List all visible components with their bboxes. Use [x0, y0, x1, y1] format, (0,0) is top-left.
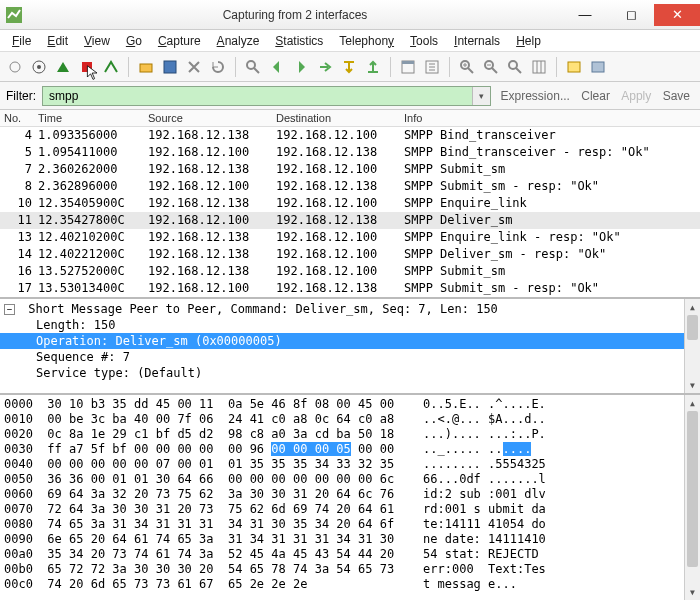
svg-line-13 — [468, 68, 473, 73]
svg-point-3 — [37, 65, 41, 69]
svg-line-17 — [492, 68, 497, 73]
svg-rect-10 — [402, 61, 414, 64]
menu-telephony[interactable]: Telephony — [331, 32, 402, 50]
clear-button[interactable]: Clear — [577, 89, 614, 103]
hex-scrollbar[interactable]: ▲ ▼ — [684, 395, 700, 600]
hex-row[interactable]: 00b0 65 72 72 3a 30 30 30 20 54 65 78 74… — [4, 562, 546, 577]
packet-row[interactable]: 1112.35427800C192.168.12.100192.168.12.1… — [0, 212, 700, 229]
svg-line-8 — [254, 68, 259, 73]
svg-rect-5 — [140, 64, 152, 72]
hex-row[interactable]: 0030 ff a7 5f bf 00 00 00 00 00 96 00 00… — [4, 442, 546, 457]
open-icon[interactable] — [135, 56, 157, 78]
packet-row[interactable]: 1012.35405900C192.168.12.138192.168.12.1… — [0, 195, 700, 212]
find-icon[interactable] — [242, 56, 264, 78]
packet-row[interactable]: 1613.52752000C192.168.12.138192.168.12.1… — [0, 263, 700, 280]
menu-internals[interactable]: Internals — [446, 32, 508, 50]
filter-input[interactable] — [43, 87, 472, 105]
restart-capture-icon[interactable] — [100, 56, 122, 78]
menubar: File Edit View Go Capture Analyze Statis… — [0, 30, 700, 52]
col-no[interactable]: No. — [4, 112, 38, 124]
scroll-down-icon[interactable]: ▼ — [685, 584, 700, 600]
capture-filters-icon[interactable] — [563, 56, 585, 78]
colorize-icon[interactable] — [397, 56, 419, 78]
close-button[interactable]: ✕ — [654, 4, 700, 26]
col-time[interactable]: Time — [38, 112, 148, 124]
stop-capture-icon[interactable] — [76, 56, 98, 78]
tree-item[interactable]: Operation: Deliver_sm (0x00000005) — [0, 333, 700, 349]
menu-tools[interactable]: Tools — [402, 32, 446, 50]
hex-pane: 0000 30 10 b3 35 dd 45 00 11 0a 5e 46 8f… — [0, 395, 700, 600]
menu-edit[interactable]: Edit — [39, 32, 76, 50]
hex-row[interactable]: 0080 74 65 3a 31 34 31 31 31 34 31 30 35… — [4, 517, 546, 532]
details-scrollbar[interactable]: ▲ ▼ — [684, 299, 700, 393]
hex-row[interactable]: 0000 30 10 b3 35 dd 45 00 11 0a 5e 46 8f… — [4, 397, 546, 412]
packet-row[interactable]: 1312.40210200C192.168.12.138192.168.12.1… — [0, 229, 700, 246]
resize-columns-icon[interactable] — [528, 56, 550, 78]
save-filter-button[interactable]: Save — [659, 89, 694, 103]
display-filters-icon[interactable] — [587, 56, 609, 78]
apply-button[interactable]: Apply — [617, 89, 655, 103]
options-icon[interactable] — [28, 56, 50, 78]
zoom-out-icon[interactable] — [480, 56, 502, 78]
hex-row[interactable]: 0050 36 36 00 01 01 30 64 66 00 00 00 00… — [4, 472, 546, 487]
tree-item[interactable]: Length: 150 — [0, 317, 700, 333]
zoom-in-icon[interactable] — [456, 56, 478, 78]
filter-bar: Filter: ▾ Expression... Clear Apply Save — [0, 82, 700, 110]
forward-icon[interactable] — [290, 56, 312, 78]
packet-row[interactable]: 1713.53013400C192.168.12.100192.168.12.1… — [0, 280, 700, 297]
app-icon — [6, 7, 22, 23]
menu-help[interactable]: Help — [508, 32, 549, 50]
col-info[interactable]: Info — [404, 112, 696, 124]
menu-file[interactable]: File — [4, 32, 39, 50]
goto-last-icon[interactable] — [362, 56, 384, 78]
save-icon[interactable] — [159, 56, 181, 78]
tree-item[interactable]: Sequence #: 7 — [0, 349, 700, 365]
scroll-up-icon[interactable]: ▲ — [685, 395, 700, 411]
details-pane: − Short Message Peer to Peer, Command: D… — [0, 299, 700, 395]
scroll-up-icon[interactable]: ▲ — [685, 299, 700, 315]
packet-row[interactable]: 41.093356000192.168.12.138192.168.12.100… — [0, 127, 700, 144]
back-icon[interactable] — [266, 56, 288, 78]
packet-row[interactable]: 82.362896000192.168.12.100192.168.12.138… — [0, 178, 700, 195]
maximize-button[interactable]: ◻ — [608, 4, 654, 26]
interfaces-icon[interactable] — [4, 56, 26, 78]
hex-row[interactable]: 0060 69 64 3a 32 20 73 75 62 3a 30 30 31… — [4, 487, 546, 502]
svg-rect-6 — [164, 61, 176, 73]
autoscroll-icon[interactable] — [421, 56, 443, 78]
reload-icon[interactable] — [207, 56, 229, 78]
packet-list-header: No. Time Source Destination Info — [0, 110, 700, 127]
svg-rect-21 — [533, 61, 545, 73]
menu-go[interactable]: Go — [118, 32, 150, 50]
hex-row[interactable]: 0020 0c 8a 1e 29 c1 bf d5 d2 98 c8 a0 3a… — [4, 427, 546, 442]
expression-button[interactable]: Expression... — [497, 89, 574, 103]
hex-row[interactable]: 0070 72 64 3a 30 30 31 20 73 75 62 6d 69… — [4, 502, 546, 517]
toolbar — [0, 52, 700, 82]
filter-dropdown-icon[interactable]: ▾ — [472, 87, 490, 105]
hex-row[interactable]: 0040 00 00 00 00 00 07 00 01 01 35 35 35… — [4, 457, 546, 472]
hex-row[interactable]: 0010 00 be 3c ba 40 00 7f 06 24 41 c0 a8… — [4, 412, 546, 427]
hex-row[interactable]: 0090 6e 65 20 64 61 74 65 3a 31 34 31 31… — [4, 532, 546, 547]
menu-view[interactable]: View — [76, 32, 118, 50]
packet-list: No. Time Source Destination Info 41.0933… — [0, 110, 700, 299]
svg-line-20 — [516, 68, 521, 73]
packet-row[interactable]: 1412.40221200C192.168.12.138192.168.12.1… — [0, 246, 700, 263]
hex-row[interactable]: 00c0 74 20 6d 65 73 73 61 67 65 2e 2e 2e… — [4, 577, 546, 592]
col-destination[interactable]: Destination — [276, 112, 404, 124]
scroll-down-icon[interactable]: ▼ — [685, 377, 700, 393]
tree-root[interactable]: − Short Message Peer to Peer, Command: D… — [0, 301, 700, 317]
menu-capture[interactable]: Capture — [150, 32, 209, 50]
goto-first-icon[interactable] — [338, 56, 360, 78]
packet-row[interactable]: 72.360262000192.168.12.138192.168.12.100… — [0, 161, 700, 178]
menu-analyze[interactable]: Analyze — [209, 32, 268, 50]
collapse-icon[interactable]: − — [4, 304, 15, 315]
zoom-reset-icon[interactable] — [504, 56, 526, 78]
col-source[interactable]: Source — [148, 112, 276, 124]
packet-row[interactable]: 51.095411000192.168.12.100192.168.12.138… — [0, 144, 700, 161]
hex-row[interactable]: 00a0 35 34 20 73 74 61 74 3a 52 45 4a 45… — [4, 547, 546, 562]
minimize-button[interactable]: — — [562, 4, 608, 26]
menu-statistics[interactable]: Statistics — [267, 32, 331, 50]
close-file-icon[interactable] — [183, 56, 205, 78]
tree-item[interactable]: Service type: (Default) — [0, 365, 700, 381]
start-capture-icon[interactable] — [52, 56, 74, 78]
goto-icon[interactable] — [314, 56, 336, 78]
